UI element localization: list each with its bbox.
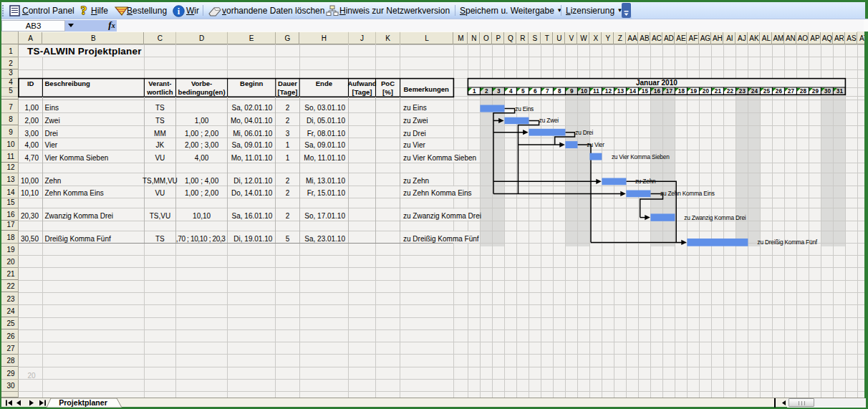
svg-text:1,00 ; 2,00: 1,00 ; 2,00: [185, 189, 219, 197]
svg-text:10,10: 10,10: [21, 189, 39, 197]
svg-text:AF: AF: [689, 34, 698, 42]
svg-text:E: E: [249, 34, 254, 42]
svg-text:zu Zwanzig Komma Drei: zu Zwanzig Komma Drei: [684, 213, 746, 221]
svg-text:zu Zehn: zu Zehn: [403, 177, 429, 185]
svg-text:ID: ID: [27, 79, 34, 87]
svg-text:18: 18: [678, 87, 685, 94]
svg-text:10: 10: [6, 140, 15, 148]
svg-text:AD: AD: [664, 34, 674, 42]
svg-text:5: 5: [9, 86, 13, 94]
svg-text:Zwanzig Komma Drei: Zwanzig Komma Drei: [45, 211, 114, 219]
svg-text:Dauer: Dauer: [278, 79, 297, 87]
svg-text:Mo, 11.01.10: Mo, 11.01.10: [231, 153, 273, 161]
svg-text:14: 14: [630, 87, 637, 94]
svg-text:21: 21: [715, 87, 722, 94]
svg-text:1: 1: [286, 153, 290, 161]
svg-text:30: 30: [6, 381, 15, 389]
svg-text:zu Vier Komma Sieben: zu Vier Komma Sieben: [403, 153, 476, 161]
svg-text:8: 8: [9, 115, 13, 123]
svg-text:28: 28: [6, 357, 15, 365]
svg-text:16: 16: [6, 211, 15, 218]
svg-text:27: 27: [6, 344, 15, 352]
svg-text:2: 2: [286, 189, 290, 197]
svg-text:,70 ; 10,10 ; 20,3: ,70 ; 10,10 ; 20,3: [176, 234, 226, 242]
svg-text:20: 20: [6, 257, 15, 265]
svg-text:C: C: [158, 34, 163, 42]
svg-text:21: 21: [6, 270, 15, 278]
svg-text:23: 23: [6, 294, 15, 302]
svg-text:22: 22: [727, 87, 734, 94]
svg-text:Mo, 04.01.10: Mo, 04.01.10: [231, 117, 273, 125]
svg-text:AO: AO: [798, 34, 809, 42]
svg-text:T: T: [545, 34, 549, 42]
svg-text:So, 17.01.10: So, 17.01.10: [304, 211, 345, 219]
svg-text:L: L: [425, 34, 429, 42]
svg-text:11: 11: [593, 87, 599, 94]
svg-text:Januar 2010: Januar 2010: [636, 79, 677, 87]
svg-text:bedingung(en): bedingung(en): [178, 88, 226, 96]
svg-text:23: 23: [739, 87, 746, 94]
svg-text:28: 28: [800, 87, 807, 94]
svg-text:2: 2: [485, 87, 488, 94]
svg-text:12: 12: [605, 87, 612, 94]
svg-text:4,70: 4,70: [25, 153, 39, 161]
svg-text:17: 17: [666, 87, 673, 94]
svg-text:zu Zwei: zu Zwei: [403, 117, 428, 125]
svg-text:wortlich: wortlich: [146, 88, 173, 96]
svg-text:AN: AN: [786, 34, 796, 42]
svg-text:zu Eins: zu Eins: [515, 105, 534, 112]
svg-text:zu Dreißig Komma Fünf: zu Dreißig Komma Fünf: [403, 234, 479, 242]
svg-text:22: 22: [6, 282, 15, 290]
svg-text:[Tage]: [Tage]: [278, 88, 298, 96]
svg-text:VU: VU: [155, 153, 165, 161]
svg-text:zu Zehn Komma Eins: zu Zehn Komma Eins: [660, 190, 715, 197]
svg-text:MM: MM: [154, 129, 166, 137]
svg-text:13: 13: [617, 87, 625, 94]
svg-text:24: 24: [751, 87, 758, 94]
svg-text:AQ: AQ: [822, 34, 833, 42]
svg-text:Zehn Komma Eins: Zehn Komma Eins: [45, 189, 104, 197]
svg-text:AP: AP: [810, 34, 820, 42]
svg-text:13: 13: [6, 175, 15, 183]
svg-text:Eins: Eins: [45, 104, 59, 112]
svg-text:6: 6: [534, 87, 537, 94]
svg-text:4,00: 4,00: [25, 141, 39, 149]
svg-text:19: 19: [6, 245, 15, 253]
svg-text:S: S: [533, 34, 538, 42]
svg-text:Z: Z: [618, 34, 622, 42]
svg-text:zu Drei: zu Drei: [403, 129, 426, 137]
svg-text:zu Zwanzig Komma Drei: zu Zwanzig Komma Drei: [403, 211, 481, 219]
svg-text:1: 1: [473, 87, 476, 94]
svg-text:27: 27: [788, 87, 795, 94]
svg-text:Mi, 13.01.10: Mi, 13.01.10: [306, 177, 345, 185]
svg-text:Bemerkungen: Bemerkungen: [404, 85, 450, 93]
svg-text:zu Zwei: zu Zwei: [539, 117, 559, 124]
svg-text:1,00: 1,00: [25, 104, 39, 112]
svg-text:18: 18: [6, 233, 15, 241]
svg-text:3: 3: [286, 129, 290, 137]
svg-text:AB: AB: [640, 34, 650, 42]
svg-text:Vorbe-: Vorbe-: [191, 79, 212, 87]
svg-text:Sa, 02.01.10: Sa, 02.01.10: [232, 104, 273, 112]
svg-text:3: 3: [497, 87, 501, 94]
svg-text:1,00: 1,00: [195, 117, 209, 125]
svg-text:TS,VU: TS,VU: [150, 211, 170, 219]
svg-text:AC: AC: [652, 34, 662, 42]
svg-text:10: 10: [581, 87, 588, 94]
svg-text:11: 11: [7, 153, 15, 160]
svg-text:30: 30: [824, 87, 831, 94]
svg-text:H: H: [322, 34, 327, 42]
svg-text:29: 29: [6, 369, 15, 377]
svg-text:Do, 14.01.10: Do, 14.01.10: [231, 189, 273, 197]
svg-text:P: P: [496, 34, 501, 42]
svg-text:4: 4: [9, 77, 13, 85]
svg-text:V: V: [569, 34, 574, 42]
svg-text:?: ?: [81, 4, 87, 17]
svg-text:W: W: [580, 34, 587, 42]
svg-text:AT: AT: [859, 34, 868, 42]
svg-text:2,00: 2,00: [25, 117, 39, 125]
svg-text:Sa, 09.01.10: Sa, 09.01.10: [304, 141, 345, 149]
svg-text:10,00: 10,00: [21, 177, 39, 185]
svg-text:X: X: [594, 34, 599, 42]
svg-text:3,00: 3,00: [25, 129, 39, 137]
